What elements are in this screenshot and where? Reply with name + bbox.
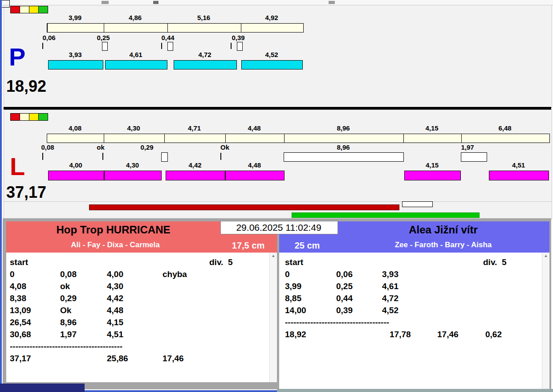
cell: 0,39 bbox=[336, 306, 353, 315]
cross-box bbox=[102, 42, 108, 51]
cross-box bbox=[161, 152, 168, 162]
cell: 17,46 bbox=[437, 330, 459, 339]
separator: ---------------------------------------- bbox=[10, 342, 122, 351]
light-red-icon bbox=[10, 6, 20, 13]
team-left-name: Hop Trop HURRICANE bbox=[6, 224, 220, 236]
table-row: 8,85 0,44 4,72 bbox=[279, 294, 549, 304]
table-row: 26,54 8,96 4,15 bbox=[6, 318, 277, 328]
cross-time-label: 0,39 bbox=[227, 34, 249, 41]
run-time-label: 4,00 bbox=[48, 161, 103, 169]
run-bar-l bbox=[489, 171, 549, 180]
totals-row: 18,92 17,78 17,46 0,62 bbox=[279, 330, 549, 340]
cross-tick bbox=[220, 153, 221, 160]
cell: 1,97 bbox=[60, 330, 77, 339]
light-yellow-icon bbox=[29, 113, 39, 121]
split-time-label: 4,48 bbox=[225, 124, 284, 132]
cell: 0,44 bbox=[336, 294, 353, 303]
lane-letter-l: L bbox=[10, 154, 25, 179]
light-yellow-icon bbox=[29, 6, 39, 13]
run-bar-p bbox=[105, 60, 167, 69]
cross-tick bbox=[102, 153, 103, 160]
run-time-label: 4,15 bbox=[404, 161, 460, 169]
run-bar-l bbox=[166, 171, 225, 180]
run-time-label: 4,48 bbox=[225, 161, 284, 169]
cell: 25,86 bbox=[107, 354, 128, 363]
table-scrollbar[interactable]: ▲ bbox=[269, 253, 277, 382]
taskbar-fragment bbox=[0, 384, 85, 392]
cell: 4,52 bbox=[382, 306, 398, 315]
team-left-members: Ali - Fay - Dixa - Carmela bbox=[6, 241, 224, 249]
cell: 4,72 bbox=[382, 294, 398, 303]
cross-time-label: 0,44 bbox=[157, 34, 179, 41]
cross-time-label: 1,97 bbox=[456, 143, 479, 151]
table-row: 30,68 1,97 4,51 bbox=[6, 330, 277, 340]
cross-time-label: ok bbox=[92, 143, 110, 151]
split-time-label: 4,08 bbox=[47, 124, 103, 132]
cross-time-label: Ok bbox=[214, 143, 236, 151]
team-right-members: Zee - Faroth - Barry - Aisha bbox=[337, 241, 549, 249]
table-scrollbar[interactable]: ▲ bbox=[542, 253, 549, 389]
cell: 4,42 bbox=[107, 294, 123, 303]
cell: 13,09 bbox=[10, 306, 31, 315]
run-time-label: 3,93 bbox=[48, 51, 102, 58]
split-time-label: 5,16 bbox=[167, 14, 240, 21]
lane-letter-p: P bbox=[9, 45, 25, 69]
cross-time-label: 8,96 bbox=[332, 143, 354, 151]
cell: 3,93 bbox=[382, 270, 398, 279]
cross-tick bbox=[42, 153, 43, 160]
run-bar-l bbox=[225, 171, 285, 180]
cell: 4,00 bbox=[107, 270, 123, 279]
run-time-label: 4,52 bbox=[241, 51, 302, 58]
timestamp: 29.06.2025 11:02:49 bbox=[221, 222, 336, 233]
cell: 17,46 bbox=[163, 354, 184, 363]
cell: 18,92 bbox=[285, 330, 306, 339]
cross-tick bbox=[231, 43, 232, 49]
table-row: 0 0,08 4,00 chyba bbox=[6, 270, 277, 280]
cell: 0,62 bbox=[485, 330, 502, 339]
run-bar-l bbox=[48, 171, 104, 180]
table-header-row: start div. 5 bbox=[6, 257, 277, 268]
scroll-up-icon[interactable]: ▲ bbox=[270, 253, 277, 260]
cell: 8,96 bbox=[60, 318, 77, 327]
run-time-label: 4,42 bbox=[166, 161, 224, 169]
separator-row: ---------------------------------------- bbox=[6, 342, 277, 352]
cell: Ok bbox=[60, 306, 71, 315]
cell: 0,25 bbox=[336, 282, 353, 291]
cross-tick bbox=[42, 43, 43, 49]
light-green-icon bbox=[38, 113, 48, 121]
toolbar-fragment bbox=[329, 1, 335, 4]
statusbar-right bbox=[277, 389, 553, 392]
division-label: div. 5 bbox=[483, 257, 506, 267]
run-bar-p bbox=[48, 60, 103, 69]
light-red-icon bbox=[10, 113, 20, 121]
cell: 4,08 bbox=[10, 282, 26, 291]
cell: 4,15 bbox=[107, 318, 123, 327]
progress-bar-red bbox=[89, 204, 399, 210]
totals-row: 37,17 25,86 17,46 bbox=[6, 354, 277, 364]
team-left-jump-height: 17,5 cm bbox=[223, 241, 274, 251]
cross-box bbox=[461, 152, 487, 162]
cell: 4,48 bbox=[107, 306, 123, 315]
lane-total-l: 37,17 bbox=[6, 184, 46, 201]
cell: 0 bbox=[285, 270, 290, 279]
split-time-label: 4,71 bbox=[164, 124, 225, 132]
split-time-label: 3,99 bbox=[47, 14, 103, 21]
results-table-left: start div. 5 0 0,08 4,00 chyba 4,08 ok 4… bbox=[6, 253, 277, 382]
cross-time-label: 0,06 bbox=[38, 34, 60, 41]
run-time-label: 4,61 bbox=[105, 51, 167, 58]
cell: chyba bbox=[163, 270, 187, 279]
split-time-label: 8,96 bbox=[284, 124, 403, 132]
toolbar-fragment bbox=[153, 1, 159, 4]
cell: 0 bbox=[10, 270, 15, 279]
run-time-label: 4,30 bbox=[104, 161, 161, 169]
cross-time-label: 0,25 bbox=[92, 34, 114, 41]
separator-row: ------------------------------------- bbox=[279, 318, 549, 328]
scroll-up-icon[interactable]: ▲ bbox=[542, 253, 549, 260]
run-bar-l bbox=[404, 171, 461, 180]
window-edge-left bbox=[0, 0, 2, 392]
team-right-name: Alea Jižní vítr bbox=[337, 224, 549, 236]
division-label: div. 5 bbox=[209, 257, 232, 267]
run-bar-p bbox=[174, 60, 237, 69]
cell: 8,38 bbox=[10, 294, 26, 303]
split-ruler-p bbox=[47, 23, 304, 33]
